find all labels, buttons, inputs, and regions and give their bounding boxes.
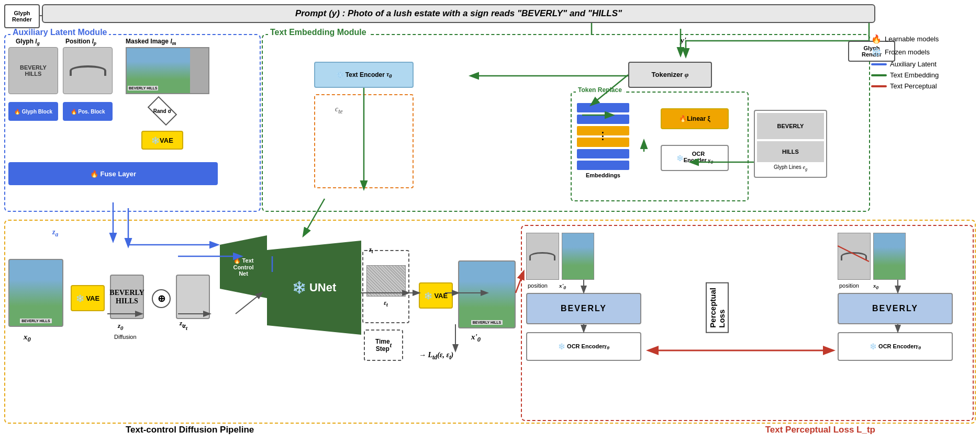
perceptual-left-images — [526, 233, 594, 280]
fire-icon-legend: 🔥 — [871, 34, 882, 44]
legend-text-embed-text: Text Embedding — [890, 71, 939, 79]
text-embed-line — [871, 74, 887, 76]
x-prime-0-label: x'0 — [471, 332, 481, 344]
beverly-render-left: BEVERLY — [526, 293, 641, 324]
legend-aux-text: Auxiliary Latent — [890, 60, 937, 68]
main-container: Prompt (y) : Photo of a lush estate with… — [0, 0, 980, 443]
beverly-render-right: BEVERLY — [838, 293, 953, 324]
text-embed-module: Text Embedding Module — [262, 34, 870, 212]
legend-text-perceptual: Text Perceptual — [871, 82, 976, 90]
x0-perc-label: x0 — [873, 282, 878, 290]
legend-learnable-text: Learnable models — [885, 35, 939, 43]
vae-decode-box: ❄️ VAE — [419, 282, 453, 309]
z0-label: z0 — [118, 322, 123, 331]
zt-image — [176, 275, 210, 319]
perceptual-right-images — [838, 233, 906, 280]
epsilon-label: εt — [384, 299, 388, 308]
legend-aux-latent: Auxiliary Latent — [871, 60, 976, 68]
perceptual-loss-title: Text Perceptual Loss L_tp — [765, 425, 875, 435]
aux-latent-line — [871, 63, 887, 65]
zt-below-label: zt — [180, 319, 184, 328]
prompt-text: Prompt (y) : Photo of a lush estate with… — [295, 8, 622, 18]
ocr-encoder-left: ❄️ OCR Encoder γθ — [526, 332, 641, 361]
perceptual-arrow — [644, 340, 838, 361]
position-label-right: position — [839, 282, 859, 289]
x0-label: x0 — [24, 332, 31, 344]
diffusion-label: Diffusion — [114, 334, 137, 340]
vae-encode-box: ❄️ VAE — [71, 285, 105, 311]
time-step-box: TimeStept — [364, 330, 403, 361]
text-embed-title: Text Embedding Module — [268, 28, 369, 37]
legend-learnable: 🔥 Learnable models — [871, 34, 976, 44]
legend-frozen-text: Frozen models — [885, 48, 930, 56]
ocr-encoder-right: ❄️ OCR Encoder γθ — [838, 332, 953, 361]
z0-image: BEVERLYHILLS — [110, 275, 144, 319]
unet-box: ❄️ UNet — [267, 241, 361, 335]
diffusion-pipeline-title: Text-control Diffusion Pipeline — [126, 425, 254, 435]
x0-input-image: BEVERLY HILLS — [8, 259, 63, 327]
zt-epsilon-box: εt — [362, 250, 409, 323]
loss-ltd-label: → Ltd(ε, εt) — [419, 350, 453, 361]
text-control-net: 🔥 TextControlNet — [220, 235, 267, 298]
x-prime-0-image: BEVERLY HILLS — [458, 260, 516, 328]
legend-text-embed: Text Embedding — [871, 71, 976, 79]
legend-panel: 🔥 Learnable models ❄️ Frozen models Auxi… — [871, 34, 976, 90]
zt-label-main: zt — [183, 322, 187, 331]
snowflake-icon-legend: ❄️ — [871, 47, 882, 57]
legend-frozen: ❄️ Frozen models — [871, 47, 976, 57]
x-prime-0-perc-label: x'0 — [559, 282, 566, 290]
text-perceptual-line — [871, 85, 887, 87]
glyph-render-top-box: GlyphRender — [4, 4, 40, 28]
add-circle: ⊕ — [152, 289, 171, 308]
glyph-render-top-label: GlyphRender — [12, 10, 32, 22]
prompt-bar: Prompt (y) : Photo of a lush estate with… — [42, 4, 875, 23]
position-label-left: position — [528, 282, 548, 289]
aux-latent-module: Auxiliary Latent Module — [4, 34, 261, 212]
aux-latent-title: Auxiliary Latent Module — [10, 28, 109, 37]
perceptual-loss-vertical-label: PerceptualLoss — [706, 282, 729, 333]
z-a-label: za — [52, 228, 58, 238]
zt-small-label: zt — [369, 246, 373, 254]
legend-text-perceptual-text: Text Perceptual — [890, 82, 937, 90]
